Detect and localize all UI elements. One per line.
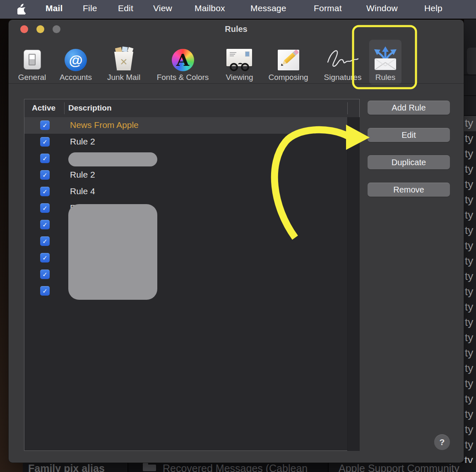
rules-table: Active Description ✓News From Apple✓Rule… [24, 99, 360, 451]
rule-description: News From Apple [70, 120, 139, 130]
duplicate-button[interactable]: Duplicate [368, 155, 450, 169]
toolbar-divider [9, 83, 464, 84]
rule-active-checkbox[interactable]: ✓ [40, 170, 50, 180]
rule-active-checkbox[interactable]: ✓ [40, 253, 50, 262]
window-title: Rules [9, 24, 464, 34]
tab-composing[interactable]: Composing [260, 40, 316, 84]
rule-description: Rule 2 [70, 137, 95, 147]
background-list-row[interactable]: ty [464, 407, 476, 422]
help-button[interactable]: ? [434, 434, 450, 450]
background-list-row[interactable]: ty [464, 223, 476, 238]
background-list-row[interactable]: ty [464, 346, 476, 361]
table-scrollbar-track[interactable] [347, 117, 360, 451]
tab-label: Viewing [226, 73, 253, 82]
rule-active-checkbox[interactable]: ✓ [40, 286, 50, 296]
table-row[interactable]: ✓News From Apple [24, 117, 347, 134]
menu-item-file[interactable]: File [83, 3, 97, 13]
rule-active-checkbox[interactable]: ✓ [40, 203, 50, 213]
menu-item-window[interactable]: Window [366, 3, 398, 13]
menu-item-help[interactable]: Help [424, 3, 442, 13]
background-list-row[interactable]: ty [464, 254, 476, 269]
title-bar[interactable]: Rules [9, 20, 464, 39]
column-divider [347, 102, 348, 114]
general-switch-icon [24, 40, 41, 71]
column-header-description[interactable]: Description [68, 104, 112, 113]
background-list-row[interactable]: ty [464, 208, 476, 223]
rule-active-checkbox[interactable]: ✓ [40, 120, 50, 130]
rule-active-checkbox[interactable]: ✓ [40, 137, 50, 147]
menu-item-edit[interactable]: Edit [118, 3, 133, 13]
background-list-row[interactable]: ty [464, 284, 476, 300]
rule-description: Rule 2 [70, 170, 95, 180]
menu-bar: Mail File Edit View Mailbox Message Form… [0, 0, 476, 19]
tab-signatures[interactable]: Signatures [317, 40, 368, 84]
background-list-row[interactable]: ty [464, 147, 476, 162]
rule-active-checkbox[interactable]: ✓ [40, 236, 50, 246]
background-list-row[interactable]: ty [464, 116, 476, 131]
tab-general[interactable]: General [14, 40, 50, 84]
edit-button[interactable]: Edit [368, 128, 450, 142]
background-list-row[interactable]: ty [464, 376, 476, 392]
menu-item-message[interactable]: Message [250, 3, 286, 13]
background-list-row[interactable]: ty [464, 330, 476, 346]
background-list-row[interactable]: ty [464, 162, 476, 177]
background-list-row[interactable]: ty [464, 315, 476, 330]
composing-pencil-icon [276, 40, 301, 71]
background-list-row[interactable]: ty [464, 269, 476, 284]
menu-item-format[interactable]: Format [314, 3, 342, 13]
signatures-icon [325, 40, 360, 71]
background-list-row[interactable]: ty [464, 300, 476, 315]
menu-item-mail[interactable]: Mail [46, 3, 63, 13]
tab-label: Rules [375, 73, 396, 82]
divider [464, 95, 476, 96]
background-list-row[interactable]: ty [464, 438, 476, 453]
tab-label: Fonts & Colors [157, 73, 209, 82]
rule-description: Rule 4 [70, 186, 95, 196]
background-sidebar-item[interactable]: Family pix alias [23, 463, 127, 472]
tab-label: General [18, 73, 46, 82]
rule-active-checkbox[interactable]: ✓ [40, 220, 50, 229]
tab-label: Composing [268, 73, 308, 82]
rule-active-checkbox[interactable]: ✓ [40, 187, 50, 196]
add-rule-button[interactable]: Add Rule [368, 101, 450, 115]
background-list-row[interactable]: ty [464, 177, 476, 193]
table-header: Active Description [24, 99, 359, 117]
list-item-label: Apple Support Community [339, 463, 459, 472]
rule-active-checkbox[interactable]: ✓ [40, 270, 50, 279]
table-row[interactable]: ✓Rule 2 [24, 167, 347, 183]
tab-fonts-colors[interactable]: A Fonts & Colors [149, 40, 217, 84]
screen: Mail File Edit View Mailbox Message Form… [0, 0, 476, 472]
background-list-row[interactable]: ty [464, 392, 476, 407]
divider [328, 463, 329, 472]
background-window-right-edge: tytytytytytytytytytytytytytytytytytytyty… [464, 19, 476, 472]
mail-preferences-window: Rules General @ Accounts × Junk Mail A F… [8, 19, 464, 463]
rules-envelope-icon [372, 40, 399, 71]
tab-viewing[interactable]: Viewing [220, 40, 259, 84]
background-list-row[interactable]: ty [464, 238, 476, 254]
menu-item-view[interactable]: View [153, 3, 172, 13]
table-row[interactable]: ✓Rule 2 [24, 134, 347, 150]
rule-active-checkbox[interactable]: ✓ [40, 154, 50, 163]
column-divider [64, 102, 65, 114]
background-list-row[interactable]: ty [464, 131, 476, 147]
tab-junk-mail[interactable]: × Junk Mail [101, 40, 147, 84]
background-list-row[interactable]: ty [464, 422, 476, 438]
divider [127, 463, 128, 472]
background-list-row[interactable]: ty [464, 193, 476, 208]
table-row[interactable]: ✓Rule 4 [24, 183, 347, 200]
column-header-active[interactable]: Active [32, 104, 55, 113]
tab-rules[interactable]: Rules [369, 40, 401, 84]
fonts-colors-icon: A [172, 40, 194, 71]
accounts-at-icon: @ [65, 40, 87, 71]
background-list-item[interactable]: Apple Support Community [329, 463, 476, 472]
redaction-pill [68, 152, 157, 166]
apple-logo-icon[interactable] [17, 4, 26, 14]
background-folder-item[interactable]: Recovered Messages (Cablean [128, 463, 328, 472]
background-list-row[interactable]: ty [464, 361, 476, 376]
tab-accounts[interactable]: @ Accounts [51, 40, 100, 84]
background-window-fragment [467, 48, 476, 75]
mailbox-label: Family pix alias [28, 463, 105, 472]
menu-item-mailbox[interactable]: Mailbox [195, 3, 225, 13]
remove-button[interactable]: Remove [368, 183, 450, 197]
tab-label: Junk Mail [107, 73, 140, 82]
